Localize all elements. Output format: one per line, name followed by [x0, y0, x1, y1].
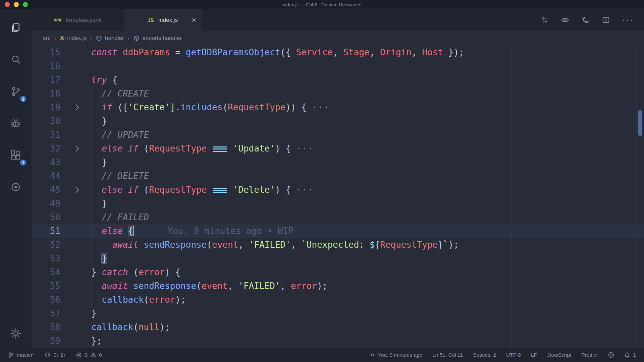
code-text[interactable]: // UPDATE — [91, 128, 644, 142]
code-text[interactable]: } — [91, 156, 644, 169]
formatter-status[interactable]: Prettier — [581, 352, 598, 358]
code-text[interactable]: callback(error); — [91, 293, 644, 307]
line-number[interactable]: 18 — [32, 87, 60, 101]
code-line[interactable]: 58callback(null); — [32, 320, 644, 334]
code-line[interactable]: 17try { — [32, 73, 644, 87]
extensions-icon[interactable]: 1 — [0, 139, 32, 171]
compare-arrows-icon[interactable] — [540, 16, 549, 24]
line-number[interactable]: 31 — [32, 128, 60, 142]
debug-icon[interactable] — [0, 107, 32, 139]
close-tab-icon[interactable]: × — [192, 16, 196, 24]
line-number[interactable]: 50 — [32, 210, 60, 224]
minimize-window-button[interactable] — [14, 2, 19, 7]
explorer-icon[interactable] — [0, 12, 32, 44]
git-branch-status[interactable]: master* — [8, 352, 35, 358]
code-line[interactable]: 55 await sendResponse(event, 'FAILED', e… — [32, 279, 644, 293]
gitlens-icon[interactable] — [0, 171, 32, 203]
breadcrumb-src[interactable]: src — [43, 35, 51, 42]
code-line[interactable]: 43 } — [32, 156, 644, 169]
split-editor-icon[interactable] — [602, 16, 610, 24]
code-text[interactable]: else {You, 9 minutes ago • WIP — [91, 224, 644, 238]
code-editor[interactable]: 15const ddbParams = getDDBParamsObject({… — [32, 46, 644, 348]
breadcrumb-exports-handler[interactable]: exports.handler — [133, 35, 182, 42]
code-text[interactable]: try { — [91, 73, 644, 87]
close-window-button[interactable] — [5, 2, 10, 7]
code-line[interactable]: 54} catch (error) { — [32, 265, 644, 279]
line-number[interactable]: 51 — [32, 224, 60, 238]
code-line[interactable]: 50 // FAILED — [32, 210, 644, 224]
code-line[interactable]: 16 — [32, 59, 644, 73]
line-number[interactable]: 55 — [32, 279, 60, 293]
tab-template-yaml[interactable]: xml template.yaml — [32, 9, 124, 31]
blame-status[interactable]: You, 9 minutes ago — [369, 352, 422, 358]
code-line[interactable]: 15const ddbParams = getDDBParamsObject({… — [32, 46, 644, 59]
code-text[interactable]: } — [91, 114, 644, 128]
more-actions-icon[interactable]: ··· — [622, 16, 634, 24]
notifications-status[interactable]: 1 — [624, 352, 636, 358]
code-line[interactable]: 57} — [32, 307, 644, 320]
fold-chevron-icon[interactable] — [60, 183, 91, 197]
line-number[interactable]: 43 — [32, 156, 60, 169]
breadcrumb-index-js[interactable]: JS index.js — [60, 35, 87, 42]
source-control-icon[interactable]: 1 — [0, 75, 32, 107]
indentation-status[interactable]: Spaces: 2 — [473, 352, 496, 358]
code-line[interactable]: 45 else if (RequestType 'Delete') { ··· — [32, 183, 644, 197]
tab-index-js[interactable]: JS index.js × — [124, 9, 202, 31]
code-line[interactable]: 31 // UPDATE — [32, 128, 644, 142]
code-line[interactable]: 53 } — [32, 252, 644, 265]
code-text[interactable]: await sendResponse(event, 'FAILED', `Une… — [91, 238, 644, 252]
line-number[interactable]: 49 — [32, 197, 60, 210]
line-number[interactable]: 52 — [32, 238, 60, 252]
code-line[interactable]: 56 callback(error); — [32, 293, 644, 307]
code-text[interactable] — [91, 59, 644, 73]
scrollbar-thumb[interactable] — [638, 110, 642, 136]
line-number[interactable]: 15 — [32, 46, 60, 59]
code-text[interactable]: // CREATE — [91, 87, 644, 101]
line-number[interactable]: 54 — [32, 265, 60, 279]
line-number[interactable]: 53 — [32, 252, 60, 265]
line-number[interactable]: 32 — [32, 142, 60, 156]
code-line[interactable]: 52 await sendResponse(event, 'FAILED', `… — [32, 238, 644, 252]
code-text[interactable]: await sendResponse(event, 'FAILED', erro… — [91, 279, 644, 293]
code-text[interactable]: // DELETE — [91, 169, 644, 183]
fold-chevron-icon[interactable] — [60, 101, 91, 114]
problems-status[interactable]: 0 0 — [76, 352, 102, 358]
code-line[interactable]: 44 // DELETE — [32, 169, 644, 183]
code-line[interactable]: 49 } — [32, 197, 644, 210]
code-text[interactable]: if (['Create'].includes(RequestType)) { … — [91, 101, 644, 114]
toggle-blame-eye-icon[interactable] — [561, 16, 569, 24]
code-text[interactable]: else if (RequestType 'Delete') { ··· — [91, 183, 644, 197]
breadcrumb-handler[interactable]: handler — [96, 35, 124, 42]
line-number[interactable]: 16 — [32, 59, 60, 73]
line-number[interactable]: 17 — [32, 73, 60, 87]
zoom-window-button[interactable] — [23, 2, 28, 7]
line-number[interactable]: 45 — [32, 183, 60, 197]
language-status[interactable]: JavaScript — [547, 352, 571, 358]
code-text[interactable]: // FAILED — [91, 210, 644, 224]
line-number[interactable]: 30 — [32, 114, 60, 128]
feedback-smiley-icon[interactable] — [608, 352, 614, 358]
code-line[interactable]: 19 if (['Create'].includes(RequestType))… — [32, 101, 644, 114]
cursor-position-status[interactable]: Ln 51, Col 11 — [432, 352, 463, 358]
code-text[interactable]: } — [91, 252, 644, 265]
line-number[interactable]: 59 — [32, 334, 60, 348]
code-line[interactable]: 18 // CREATE — [32, 87, 644, 101]
code-text[interactable]: }; — [91, 334, 644, 348]
code-text[interactable]: } — [91, 197, 644, 210]
line-number[interactable]: 56 — [32, 293, 60, 307]
code-line[interactable]: 30 } — [32, 114, 644, 128]
sync-status[interactable]: 0↓ 2↑ — [45, 352, 66, 358]
line-number[interactable]: 19 — [32, 101, 60, 114]
line-number[interactable]: 44 — [32, 169, 60, 183]
settings-gear-icon[interactable] — [0, 319, 32, 348]
eol-status[interactable]: LF — [531, 352, 537, 358]
fold-chevron-icon[interactable] — [60, 142, 91, 156]
encoding-status[interactable]: UTF-8 — [506, 352, 521, 358]
line-number[interactable]: 58 — [32, 320, 60, 334]
code-line[interactable]: 51 else {You, 9 minutes ago • WIP — [32, 224, 644, 238]
git-compare-icon[interactable] — [581, 16, 590, 24]
code-text[interactable]: callback(null); — [91, 320, 644, 334]
code-text[interactable]: const ddbParams = getDDBParamsObject({ S… — [91, 46, 644, 59]
code-line[interactable]: 32 else if (RequestType 'Update') { ··· — [32, 142, 644, 156]
code-text[interactable]: else if (RequestType 'Update') { ··· — [91, 142, 644, 156]
